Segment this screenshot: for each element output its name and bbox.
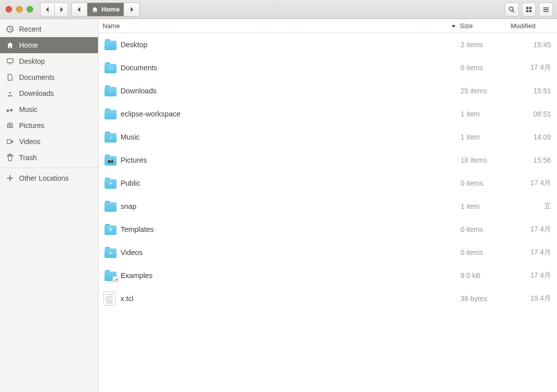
file-name: eclipse-workspace: [121, 110, 461, 118]
column-headers: Name Size Modified: [98, 19, 557, 33]
path-segment-home[interactable]: Home: [87, 3, 124, 16]
file-row[interactable]: ATemplates0 items17 4月: [98, 218, 557, 241]
path-prev-button[interactable]: [72, 3, 87, 16]
sidebar: RecentHomeDesktopDocumentsDownloadsMusic…: [0, 19, 98, 392]
maximize-window-button[interactable]: [27, 6, 33, 13]
menu-button[interactable]: [539, 3, 553, 17]
view-grid-button[interactable]: [522, 3, 536, 17]
file-row[interactable]: snap1 item五: [98, 195, 557, 218]
file-size: 1 item: [461, 133, 511, 141]
file-row[interactable]: ♪Music1 item14:09: [98, 125, 557, 149]
file-name: Public: [121, 179, 461, 187]
plus-icon: [6, 174, 14, 182]
sidebar-item-label: Documents: [19, 73, 55, 81]
close-window-button[interactable]: [6, 6, 12, 13]
folder-icon: ⚭: [103, 178, 118, 189]
file-name: Desktop: [121, 41, 461, 49]
desktop-icon: [6, 57, 14, 65]
file-modified: 17 4月: [511, 63, 557, 72]
folder-icon: ▭: [103, 62, 118, 73]
grid-icon: [525, 6, 532, 13]
file-row[interactable]: 📷Pictures10 items15:56: [98, 149, 557, 172]
file-row[interactable]: Examples9.0 kB17 4月: [98, 264, 557, 287]
hamburger-icon: [542, 6, 549, 13]
file-row[interactable]: Desktop2 items15:45: [98, 33, 557, 56]
forward-button[interactable]: [54, 3, 68, 17]
sidebar-item-label: Other Locations: [19, 174, 69, 182]
file-name: x.tcl: [121, 295, 461, 303]
download-icon: [6, 89, 14, 97]
minimize-window-button[interactable]: [16, 6, 23, 13]
sidebar-item-videos[interactable]: Videos: [0, 134, 98, 150]
file-size: 25 items: [461, 87, 511, 95]
column-header-modified[interactable]: Modified: [511, 22, 557, 30]
sidebar-item-recent[interactable]: Recent: [0, 21, 98, 37]
clock-icon: [6, 25, 14, 33]
file-name: Downloads: [121, 87, 461, 95]
path-bar: Home: [71, 3, 140, 17]
sidebar-item-music[interactable]: Music: [0, 101, 98, 117]
file-row[interactable]: x.tcl36 bytes19 4月: [98, 287, 557, 310]
sidebar-other-locations[interactable]: Other Locations: [0, 170, 98, 186]
video-icon: [6, 138, 14, 146]
file-name: Videos: [121, 248, 461, 256]
file-size: 10 items: [461, 156, 511, 164]
file-row[interactable]: ▭Documents0 items17 4月: [98, 56, 557, 79]
window-controls: [4, 6, 33, 13]
file-modified: 17 4月: [511, 271, 557, 280]
file-name: Pictures: [121, 156, 461, 164]
file-modified: 08:51: [511, 110, 557, 118]
file-size: 1 item: [461, 202, 511, 210]
home-icon: [6, 41, 14, 49]
sidebar-item-desktop[interactable]: Desktop: [0, 53, 98, 69]
toolbar: Home: [0, 0, 557, 19]
file-name: Templates: [121, 225, 461, 233]
search-icon: [508, 6, 515, 13]
svg-point-1: [9, 124, 11, 126]
sidebar-item-label: Pictures: [19, 121, 45, 129]
folder-icon: ▸: [103, 247, 118, 258]
sidebar-item-home[interactable]: Home: [0, 37, 98, 53]
sidebar-item-trash[interactable]: Trash: [0, 150, 98, 166]
svg-rect-0: [7, 59, 13, 63]
file-modified: 14:09: [511, 133, 557, 141]
sidebar-item-downloads[interactable]: Downloads: [0, 85, 98, 101]
sidebar-item-label: Desktop: [19, 57, 45, 65]
file-name: Music: [121, 133, 461, 141]
file-modified: 17 4月: [511, 225, 557, 234]
file-row[interactable]: ⚭Public0 items17 4月: [98, 172, 557, 195]
sidebar-item-pictures[interactable]: Pictures: [0, 117, 98, 134]
file-size: 0 items: [461, 179, 511, 187]
file-modified: 15:51: [511, 87, 557, 95]
path-next-button[interactable]: [124, 3, 139, 16]
folder-icon: ↓: [103, 85, 118, 96]
sidebar-item-label: Music: [19, 105, 38, 113]
sort-indicator[interactable]: [448, 24, 460, 29]
file-row[interactable]: ▸Videos0 items17 4月: [98, 241, 557, 264]
column-header-name[interactable]: Name: [101, 22, 448, 30]
file-modified: 19 4月: [511, 294, 557, 303]
file-list-pane: Name Size Modified Desktop2 items15:45▭D…: [98, 19, 557, 392]
folder-icon: [103, 270, 118, 281]
back-button[interactable]: [40, 3, 54, 17]
nav-buttons: [40, 3, 68, 17]
sidebar-item-label: Home: [19, 41, 38, 49]
search-button[interactable]: [505, 3, 519, 17]
folder-icon: [103, 108, 118, 119]
file-row[interactable]: eclipse-workspace1 item08:51: [98, 102, 557, 125]
home-icon: [91, 6, 98, 13]
sidebar-separator: [0, 168, 98, 168]
file-size: 36 bytes: [461, 295, 511, 303]
folder-icon: ♪: [103, 132, 118, 143]
trash-icon: [6, 154, 14, 162]
path-segment-label: Home: [101, 6, 120, 13]
file-row[interactable]: ↓Downloads25 items15:51: [98, 79, 557, 102]
column-header-size[interactable]: Size: [460, 22, 510, 30]
sidebar-item-label: Videos: [19, 138, 41, 146]
file-modified: 15:45: [511, 41, 557, 49]
folder-icon: [103, 39, 118, 50]
sidebar-item-documents[interactable]: Documents: [0, 69, 98, 85]
file-modified: 15:56: [511, 156, 557, 164]
file-modified: 17 4月: [511, 248, 557, 257]
documents-icon: [6, 73, 14, 81]
